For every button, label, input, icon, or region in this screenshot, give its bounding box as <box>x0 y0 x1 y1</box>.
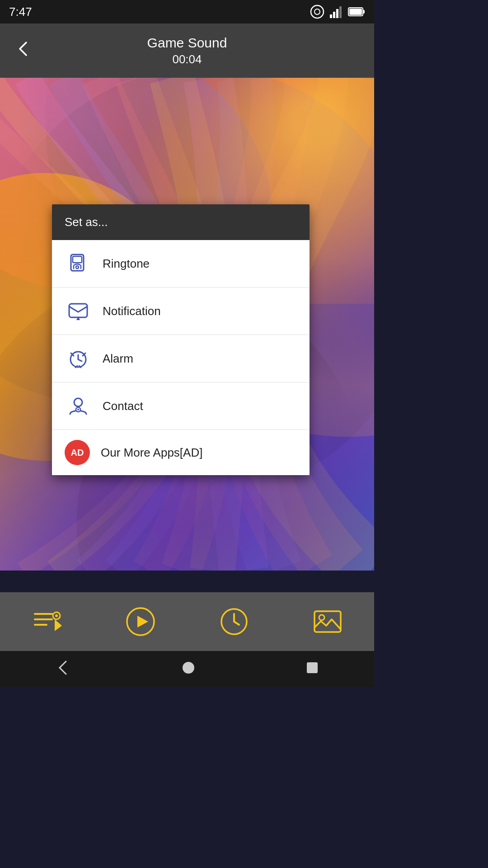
status-icons <box>310 5 365 19</box>
back-button[interactable] <box>11 36 36 66</box>
signal-icon <box>329 5 343 19</box>
svg-rect-30 <box>307 662 318 673</box>
notification-icon <box>310 5 324 19</box>
nav-bar <box>0 651 374 687</box>
set-as-menu: Set as... Ringtone <box>52 204 310 475</box>
svg-point-1 <box>314 9 320 14</box>
svg-rect-8 <box>349 9 362 15</box>
svg-point-23 <box>55 614 58 617</box>
notification-item[interactable]: Notification <box>52 288 310 335</box>
notification-icon-menu <box>65 297 92 325</box>
svg-rect-5 <box>339 6 342 18</box>
status-bar: 7:47 <box>0 0 374 24</box>
nav-back[interactable] <box>51 655 76 684</box>
ad-badge-text: AD <box>71 448 84 458</box>
menu-header-text: Set as... <box>65 215 108 229</box>
ringtone-label: Ringtone <box>103 257 150 271</box>
alarm-label: Alarm <box>103 352 133 366</box>
contact-item[interactable]: Contact <box>52 382 310 430</box>
ringtone-item[interactable]: Ringtone <box>52 240 310 288</box>
title-section: Game Sound 00:04 <box>147 35 227 66</box>
svg-rect-27 <box>314 611 341 632</box>
ringtone-icon <box>65 250 92 277</box>
wallpaper: Set as... Ringtone <box>0 78 374 571</box>
svg-point-29 <box>183 662 194 674</box>
ad-badge: AD <box>65 440 90 465</box>
battery-icon <box>348 7 365 17</box>
nav-home[interactable] <box>177 656 200 682</box>
notification-label: Notification <box>103 304 161 318</box>
svg-marker-25 <box>137 616 148 627</box>
nav-recent[interactable] <box>301 656 324 682</box>
svg-point-0 <box>311 5 324 18</box>
app-title: Game Sound <box>147 35 227 51</box>
more-apps-item[interactable]: AD Our More Apps[AD] <box>52 430 310 475</box>
status-time: 7:47 <box>9 5 32 19</box>
play-button[interactable] <box>117 599 164 645</box>
svg-rect-14 <box>69 304 87 317</box>
bottom-bar <box>0 592 374 651</box>
svg-point-11 <box>76 266 79 269</box>
gallery-button[interactable] <box>305 599 351 645</box>
more-apps-label: Our More Apps[AD] <box>101 446 202 460</box>
svg-rect-2 <box>330 14 332 18</box>
playlist-button[interactable] <box>24 599 70 645</box>
app-bar: Game Sound 00:04 <box>0 24 374 78</box>
svg-rect-10 <box>73 256 82 263</box>
alarm-icon <box>65 345 92 372</box>
menu-header: Set as... <box>52 204 310 240</box>
svg-point-16 <box>74 398 82 406</box>
svg-rect-7 <box>363 10 365 14</box>
contact-label: Contact <box>103 399 143 413</box>
svg-point-28 <box>319 615 324 620</box>
history-button[interactable] <box>211 599 257 645</box>
alarm-item[interactable]: Alarm <box>52 335 310 382</box>
app-subtitle: 00:04 <box>147 52 227 66</box>
svg-point-18 <box>77 409 79 410</box>
svg-rect-4 <box>336 9 338 18</box>
contact-icon <box>65 392 92 420</box>
svg-rect-3 <box>333 12 335 18</box>
